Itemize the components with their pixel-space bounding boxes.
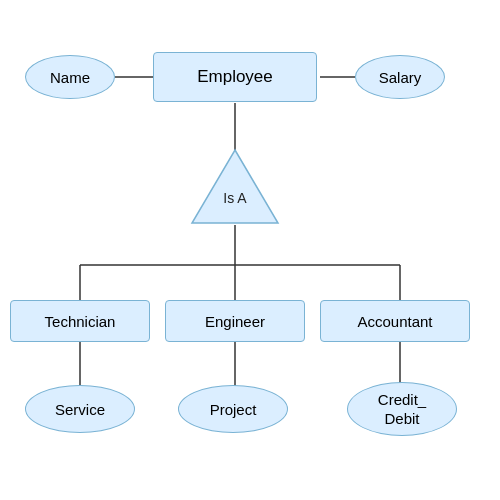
service-ellipse: Service bbox=[25, 385, 135, 433]
project-ellipse: Project bbox=[178, 385, 288, 433]
accountant-rectangle: Accountant bbox=[320, 300, 470, 342]
isa-label: Is A bbox=[190, 190, 280, 206]
salary-ellipse: Salary bbox=[355, 55, 445, 99]
name-ellipse: Name bbox=[25, 55, 115, 99]
svg-marker-11 bbox=[192, 150, 278, 223]
credit-debit-ellipse: Credit_ Debit bbox=[347, 382, 457, 436]
diagram-container: Name Employee Salary Is A Technician Eng… bbox=[0, 0, 500, 500]
employee-rectangle: Employee bbox=[153, 52, 317, 102]
technician-rectangle: Technician bbox=[10, 300, 150, 342]
isa-triangle: Is A bbox=[190, 148, 280, 225]
engineer-rectangle: Engineer bbox=[165, 300, 305, 342]
